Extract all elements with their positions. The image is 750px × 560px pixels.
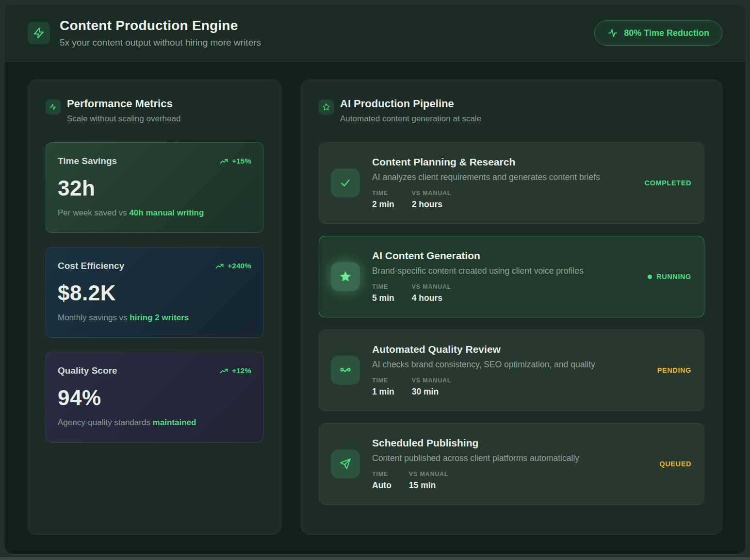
pipeline-step-ai-generation: AI Content Generation Brand-specific con…: [319, 236, 704, 317]
step-stats: TIME 1 min VS MANUAL 30 min: [372, 377, 595, 397]
pipeline-step-quality-review: Automated Quality Review AI checks brand…: [319, 329, 704, 411]
status-badge: COMPLETED: [645, 179, 691, 187]
app-header: Content Production Engine 5x your conten…: [4, 4, 746, 62]
pipeline-step-scheduled-publishing: Scheduled Publishing Content published a…: [319, 423, 704, 505]
vs-manual-value: 2 hours: [412, 199, 452, 210]
vs-manual-label: VS MANUAL: [412, 377, 452, 384]
step-title: Scheduled Publishing: [372, 437, 579, 449]
step-description: AI analyzes client requirements and gene…: [372, 172, 600, 182]
star-outline-icon: [319, 99, 334, 115]
step-title: AI Content Generation: [372, 250, 584, 262]
step-stats: TIME Auto VS MANUAL 15 min: [372, 471, 579, 491]
metric-description: Agency-quality standards maintained: [58, 418, 251, 428]
pipeline-panel-title: AI Production Pipeline: [340, 98, 481, 110]
metric-card-quality-score: Quality Score +12% 94% Agency-quality st…: [46, 352, 263, 443]
page-subtitle: 5x your content output without hiring mo…: [60, 37, 261, 48]
window-bottom-edge: [0, 557, 750, 560]
send-icon: [331, 449, 360, 478]
ai-pipeline-panel: AI Production Pipeline Automated content…: [301, 80, 722, 535]
vs-manual-label: VS MANUAL: [412, 283, 452, 290]
zap-icon: [28, 22, 50, 44]
quality-check-icon: [331, 356, 360, 385]
metrics-panel-title: Performance Metrics: [67, 98, 180, 110]
step-description: Content published across client platform…: [372, 453, 579, 463]
trending-up-icon: [219, 366, 228, 376]
metric-value: 32h: [58, 176, 251, 200]
trending-up-icon: [215, 262, 224, 271]
metric-card-list: Time Savings +15% 32h Per week saved vs …: [46, 142, 263, 443]
time-label: TIME: [372, 471, 391, 478]
metric-trend: +240%: [215, 262, 251, 271]
pipeline-step-content-planning: Content Planning & Research AI analyzes …: [319, 142, 704, 224]
performance-metrics-panel: Performance Metrics Scale without scalin…: [28, 80, 281, 535]
time-label: TIME: [372, 377, 394, 384]
metrics-panel-header: Performance Metrics Scale without scalin…: [46, 98, 263, 124]
metric-value: 94%: [58, 386, 251, 410]
vs-manual-value: 15 min: [409, 480, 449, 491]
step-description: AI checks brand consistency, SEO optimiz…: [372, 360, 595, 370]
pipeline-panel-subtitle: Automated content generation at scale: [340, 114, 481, 124]
status-badge: PENDING: [657, 366, 691, 374]
step-stats: TIME 5 min VS MANUAL 4 hours: [372, 283, 584, 303]
step-stats: TIME 2 min VS MANUAL 2 hours: [372, 190, 600, 210]
vs-manual-label: VS MANUAL: [409, 471, 449, 478]
pipeline-panel-header: AI Production Pipeline Automated content…: [319, 98, 704, 124]
metric-description: Per week saved vs 40h manual writing: [58, 208, 251, 218]
trending-up-icon: [219, 157, 228, 166]
metric-trend: +12%: [219, 366, 251, 376]
running-dot: [648, 275, 652, 279]
step-title: Content Planning & Research: [372, 156, 600, 168]
metric-label: Quality Score: [58, 365, 117, 376]
activity-icon: [46, 99, 61, 115]
metric-label: Cost Efficiency: [58, 261, 124, 271]
star-filled-icon: [331, 262, 360, 291]
vs-manual-value: 30 min: [412, 387, 452, 397]
badge-label: 80% Time Reduction: [624, 28, 709, 38]
metrics-panel-subtitle: Scale without scaling overhead: [67, 114, 180, 124]
pipeline-step-list: Content Planning & Research AI analyzes …: [319, 142, 704, 505]
time-value: 5 min: [372, 293, 394, 303]
app-window: Content Production Engine 5x your conten…: [4, 4, 746, 555]
time-value: 2 min: [372, 199, 394, 210]
status-badge: RUNNING: [648, 273, 691, 280]
time-label: TIME: [372, 190, 394, 197]
header-titles: Content Production Engine 5x your conten…: [60, 18, 261, 48]
time-value: Auto: [372, 480, 391, 491]
vs-manual-value: 4 hours: [412, 293, 452, 303]
check-icon: [331, 168, 360, 198]
step-description: Brand-specific content created using cli…: [372, 266, 584, 276]
metric-trend: +15%: [219, 157, 251, 166]
time-value: 1 min: [372, 387, 394, 397]
metric-description: Monthly savings vs hiring 2 writers: [58, 313, 251, 323]
metric-card-time-savings: Time Savings +15% 32h Per week saved vs …: [46, 142, 263, 233]
metric-label: Time Savings: [58, 156, 117, 166]
time-reduction-badge[interactable]: 80% Time Reduction: [594, 20, 722, 46]
metric-card-cost-efficiency: Cost Efficiency +240% $8.2K Monthly savi…: [46, 247, 263, 338]
page-title: Content Production Engine: [60, 18, 261, 33]
time-label: TIME: [372, 283, 394, 290]
main-content: Performance Metrics Scale without scalin…: [4, 62, 746, 535]
status-badge: QUEUED: [659, 460, 691, 468]
activity-icon: [607, 28, 618, 38]
metric-value: $8.2K: [58, 281, 251, 305]
vs-manual-label: VS MANUAL: [412, 190, 452, 197]
step-title: Automated Quality Review: [372, 344, 595, 355]
